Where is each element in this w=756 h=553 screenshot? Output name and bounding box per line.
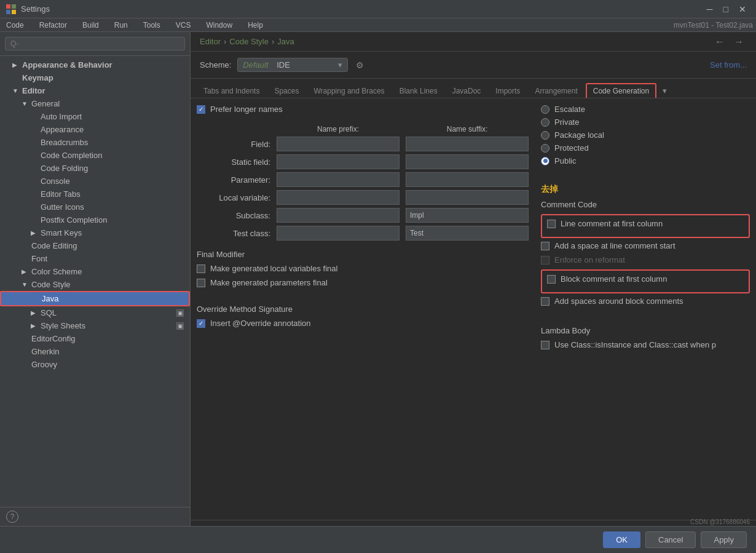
breadcrumb-editor[interactable]: Editor [200,37,221,46]
escalate-label: Escalate [554,105,585,114]
maximize-button[interactable]: □ [720,3,732,15]
breadcrumb-code-style[interactable]: Code Style [229,37,269,46]
tab-blank-lines[interactable]: Blank Lines [393,84,444,98]
static-field-prefix-input[interactable] [277,154,400,169]
sidebar-item-font[interactable]: Font [0,252,190,265]
sidebar-item-label: Gutter Icons [41,202,84,212]
tab-code-generation[interactable]: Code Generation [586,83,656,98]
sidebar-item-label: Keymap [22,73,53,82]
cancel-button[interactable]: Cancel [645,531,696,548]
sidebar-item-appearance[interactable]: Appearance [0,123,190,136]
sidebar-item-console[interactable]: Console [0,175,190,188]
tab-more-icon[interactable]: ▾ [658,84,672,98]
menu-run[interactable]: Run [111,20,131,31]
field-prefix-input[interactable] [277,137,400,151]
menu-build[interactable]: Build [79,20,102,31]
sidebar-item-style-sheets[interactable]: ▶ Style Sheets ▣ [0,319,190,332]
back-arrow[interactable]: ← [712,35,728,49]
sidebar-item-editor[interactable]: ▼ Editor [0,84,190,97]
menu-tools[interactable]: Tools [140,20,163,31]
sidebar-item-code-folding[interactable]: Code Folding [0,162,190,175]
arrow-icon [22,348,30,355]
subclass-prefix-input[interactable] [277,208,400,223]
minimize-button[interactable]: ─ [703,3,717,15]
close-button[interactable]: ✕ [735,3,750,15]
sidebar-item-appearance-behavior[interactable]: ▶ Appearance & Behavior [0,58,190,71]
enforce-reformat-checkbox[interactable] [541,256,549,265]
file-tab: mvnTest01 - Test02.java [674,21,753,30]
menu-window[interactable]: Window [203,20,235,31]
test-class-prefix-input[interactable] [277,226,400,241]
sidebar-item-gutter-icons[interactable]: Gutter Icons [0,201,190,213]
sidebar-item-editor-tabs[interactable]: Editor Tabs [0,188,190,201]
use-class-instance-checkbox[interactable] [541,341,549,349]
sidebar-item-sql[interactable]: ▶ SQL ▣ [0,306,190,319]
insert-override-checkbox[interactable]: ✓ [197,319,205,328]
sidebar-item-code-completion[interactable]: Code Completion [0,149,190,162]
package-local-radio[interactable] [541,131,549,140]
sidebar-item-label: Style Sheets [41,321,85,330]
style-sheets-badge: ▣ [176,322,184,330]
search-input[interactable] [5,37,185,50]
sidebar-item-gherkin[interactable]: Gherkin [0,345,190,358]
tab-spaces[interactable]: Spaces [267,84,305,98]
make-params-final-checkbox[interactable] [197,279,205,287]
sidebar-item-breadcrumbs[interactable]: Breadcrumbs [0,136,190,149]
tab-arrangement[interactable]: Arrangement [528,84,584,98]
sidebar-item-keymap[interactable]: Keymap [0,71,190,84]
test-class-suffix-input[interactable] [406,226,529,241]
field-suffix-input[interactable] [406,137,529,151]
arrow-icon [31,191,39,197]
sidebar-item-code-editing[interactable]: Code Editing [0,239,190,252]
menu-code[interactable]: Code [3,20,27,31]
sidebar-item-label: Smart Keys [41,228,82,237]
make-local-final-checkbox[interactable] [197,265,205,273]
set-from-link[interactable]: Set from... [710,60,747,70]
sidebar-item-smart-keys[interactable]: ▶ Smart Keys [0,226,190,239]
tab-javadoc[interactable]: JavaDoc [446,84,488,98]
sidebar-item-label: Color Scheme [31,267,82,276]
svg-rect-2 [6,10,10,14]
static-field-suffix-input[interactable] [406,154,529,169]
sidebar-item-code-style[interactable]: ▼ Code Style [0,278,190,291]
add-space-line-checkbox[interactable] [541,242,549,250]
horizontal-scrollbar[interactable] [191,520,756,526]
tab-imports[interactable]: Imports [489,84,527,98]
ok-button[interactable]: OK [603,531,640,548]
public-radio[interactable] [541,157,549,165]
sidebar-item-groovy[interactable]: Groovy [0,358,190,371]
sidebar-item-auto-import[interactable]: Auto Import [0,110,190,123]
menu-help[interactable]: Help [245,20,266,31]
local-variable-prefix-input[interactable] [277,190,400,205]
scheme-select[interactable]: Default IDE ▾ [237,58,348,72]
tab-wrapping-braces[interactable]: Wrapping and Braces [307,84,391,98]
tab-tabs-indents[interactable]: Tabs and Indents [197,84,266,98]
block-comment-first-col-checkbox[interactable] [547,275,556,284]
help-button[interactable]: ? [6,511,18,523]
subclass-suffix-input[interactable] [406,208,529,223]
line-comment-first-col-checkbox[interactable] [547,220,556,228]
prefer-longer-names-checkbox[interactable]: ✓ [197,105,205,114]
add-spaces-block-row: Add spaces around block comments [541,296,750,306]
escalate-radio[interactable] [541,105,549,114]
add-spaces-block-checkbox[interactable] [541,297,549,306]
local-variable-suffix-input[interactable] [406,190,529,205]
forward-arrow[interactable]: → [731,35,747,49]
sidebar-item-general[interactable]: ▼ General [0,97,190,110]
parameter-prefix-input[interactable] [277,172,400,187]
gear-icon[interactable]: ⚙ [354,58,366,72]
menu-vcs[interactable]: VCS [173,20,194,31]
apply-button[interactable]: Apply [701,531,747,548]
breadcrumb-java[interactable]: Java [277,37,294,46]
sidebar-item-postfix-completion[interactable]: Postfix Completion [0,213,190,226]
parameter-suffix-input[interactable] [406,172,529,187]
protected-radio[interactable] [541,144,549,153]
menu-refactor[interactable]: Refactor [36,20,70,31]
sidebar-item-java[interactable]: Java [0,291,190,306]
sidebar-item-color-scheme[interactable]: ▶ Color Scheme [0,265,190,278]
private-radio[interactable] [541,118,549,127]
sidebar-item-editorconfig[interactable]: EditorConfig [0,332,190,345]
override-method-section: Override Method Signature ✓ Insert @Over… [197,304,529,333]
arrow-icon [22,242,30,249]
add-space-line-row: Add a space at line comment start [541,241,750,250]
